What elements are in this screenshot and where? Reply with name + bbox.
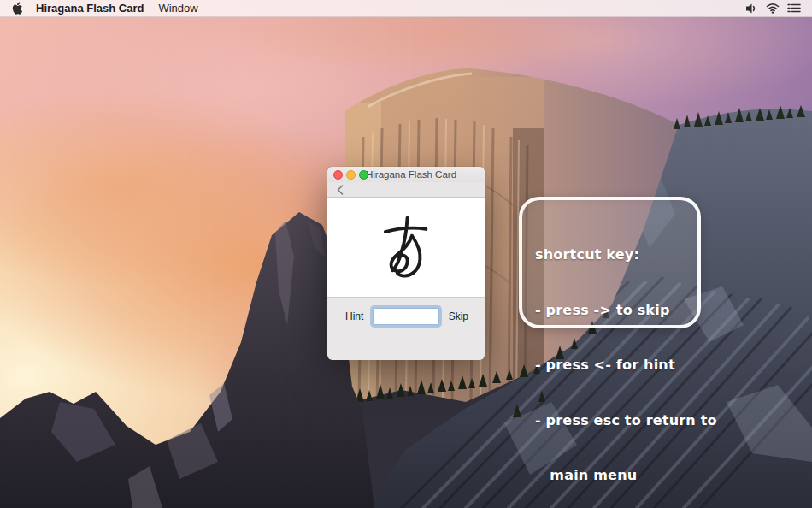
back-button[interactable] <box>335 184 345 195</box>
window-bottom-panel: Hint Skip <box>327 298 485 360</box>
volume-icon[interactable] <box>745 3 758 15</box>
menu-item-window[interactable]: Window <box>158 2 197 15</box>
zoom-button[interactable] <box>359 170 368 180</box>
answer-input[interactable] <box>373 308 439 325</box>
shortcut-overlay-heading: shortcut key: <box>535 245 692 264</box>
skip-button[interactable]: Skip <box>449 308 468 322</box>
apple-icon <box>12 2 23 15</box>
shortcut-overlay-line: - press <- for hint <box>535 356 692 375</box>
window-toolbar <box>327 182 485 198</box>
shortcut-overlay-line: main menu <box>535 466 692 485</box>
hiragana-character-glyph <box>373 208 439 286</box>
close-button[interactable] <box>333 170 343 180</box>
apple-menu[interactable] <box>12 2 23 15</box>
desktop: Hiragana Flash Card Window <box>0 0 812 508</box>
minimize-button[interactable] <box>346 170 356 180</box>
window-titlebar[interactable]: Hiragana Flash Card <box>327 167 485 182</box>
shortcut-overlay-line: - press esc to return to <box>535 411 692 430</box>
chevron-left-icon <box>337 185 344 195</box>
notification-center-icon[interactable] <box>787 3 801 14</box>
menu-bar: Hiragana Flash Card Window <box>0 0 812 17</box>
shortcut-overlay: shortcut key: - press -> to skip - press… <box>519 197 701 328</box>
hint-button[interactable]: Hint <box>345 308 363 322</box>
wifi-icon[interactable] <box>766 3 780 14</box>
status-icons <box>745 3 801 15</box>
traffic-lights <box>327 170 368 180</box>
flash-card-area: あ <box>327 198 485 298</box>
app-menu-title[interactable]: Hiragana Flash Card <box>36 2 144 15</box>
app-window: Hiragana Flash Card あ Hint <box>327 167 485 350</box>
shortcut-overlay-line: - press -> to skip <box>535 301 692 320</box>
